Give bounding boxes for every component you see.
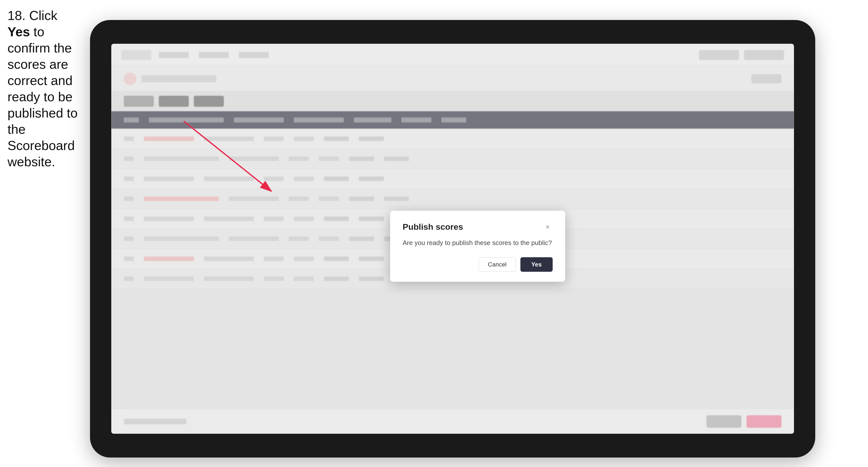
instruction-text-part1: Click [26,8,57,23]
modal-header: Publish scores × [403,222,553,232]
instruction-text: 18. Click Yes to confirm the scores are … [7,7,80,170]
yes-button[interactable]: Yes [520,257,553,272]
instruction-text-part2: to confirm the scores are correct and re… [7,25,78,169]
modal-overlay: Publish scores × Are you ready to publis… [111,44,794,434]
tablet-screen: Publish scores × Are you ready to publis… [111,44,794,434]
tablet-device: Publish scores × Are you ready to publis… [90,20,815,458]
modal-footer: Cancel Yes [403,257,553,272]
modal-title: Publish scores [403,222,463,232]
cancel-button[interactable]: Cancel [478,257,516,272]
modal-body-text: Are you ready to publish these scores to… [403,238,553,247]
step-number: 18. [7,8,26,23]
modal-close-button[interactable]: × [542,222,553,232]
modal-dialog: Publish scores × Are you ready to publis… [390,211,565,282]
instruction-bold: Yes [7,25,30,39]
